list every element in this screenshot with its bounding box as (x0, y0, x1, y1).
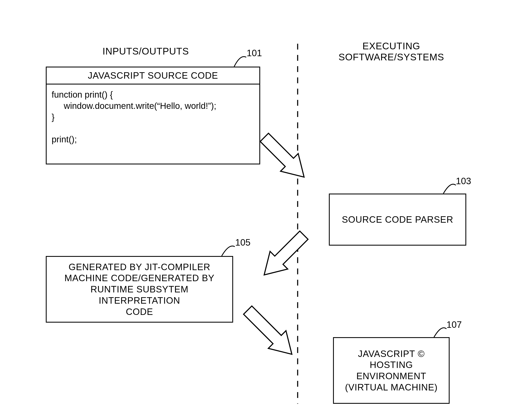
heading-right: EXECUTING SOFTWARE/SYSTEMS (325, 41, 458, 63)
box-source-code-title: JAVASCRIPT SOURCE CODE (47, 68, 259, 84)
arrow-105-to-107 (239, 301, 301, 363)
box-generated-code: GENERATED BY JIT-COMPILER MACHINE CODE/G… (46, 256, 233, 322)
box-parser: SOURCE CODE PARSER (329, 194, 466, 246)
box-parser-label: SOURCE CODE PARSER (342, 214, 453, 225)
box-source-code: JAVASCRIPT SOURCE CODE function print() … (46, 67, 260, 165)
leader-105 (222, 246, 235, 256)
ref-103: 103 (456, 176, 471, 186)
diagram-canvas: INPUTS/OUTPUTS EXECUTING SOFTWARE/SYSTEM… (0, 0, 511, 420)
ref-107: 107 (446, 319, 462, 330)
leader-103 (443, 184, 456, 194)
svg-marker-2 (239, 301, 301, 363)
leader-107 (434, 328, 446, 337)
ref-105: 105 (235, 237, 250, 248)
svg-marker-0 (256, 129, 313, 186)
svg-marker-1 (256, 226, 313, 284)
box-hosting-env: JAVASCRIPT © HOSTING ENVIRONMENT (VIRTUA… (333, 337, 450, 404)
arrow-103-to-105 (256, 226, 313, 284)
ref-101: 101 (247, 48, 262, 58)
heading-left: INPUTS/OUTPUTS (87, 46, 204, 57)
box-generated-code-label: GENERATED BY JIT-COMPILER MACHINE CODE/G… (52, 261, 227, 317)
leader-101 (234, 57, 246, 67)
box-hosting-env-label: JAVASCRIPT © HOSTING ENVIRONMENT (VIRTUA… (345, 348, 438, 393)
box-source-code-body: function print() { window.document.write… (47, 84, 259, 150)
arrow-101-to-103 (256, 129, 313, 186)
